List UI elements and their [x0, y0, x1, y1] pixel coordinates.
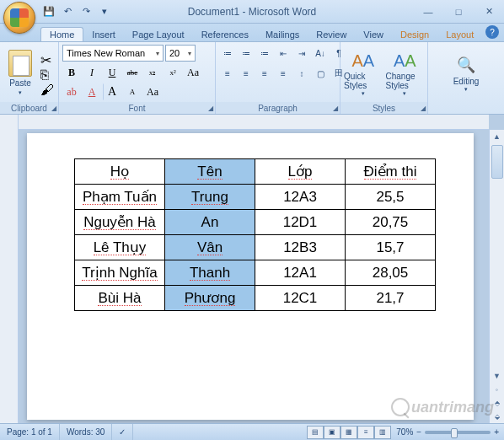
subscript-button[interactable]: x₂: [143, 64, 162, 81]
undo-icon[interactable]: ↶: [61, 5, 74, 19]
vertical-scrollbar[interactable]: ▲ ▼ ◦ ⬘ ⬙: [489, 130, 504, 423]
align-left-button[interactable]: ≡: [219, 66, 236, 81]
shrink-font-button[interactable]: A: [123, 83, 142, 100]
numbering-button[interactable]: ≔: [238, 46, 255, 61]
tab-insert[interactable]: Insert: [83, 28, 124, 41]
tab-page-layout[interactable]: Page Layout: [124, 28, 193, 41]
change-case-button[interactable]: Aa: [184, 64, 202, 81]
bold-button[interactable]: B: [62, 64, 81, 81]
font-size-combo[interactable]: 20▾: [165, 45, 196, 62]
table-header-cell[interactable]: Tên: [165, 159, 255, 185]
cut-icon[interactable]: ✂: [40, 52, 54, 64]
horizontal-ruler[interactable]: [19, 115, 489, 130]
table-cell[interactable]: Vân: [165, 235, 255, 260]
draft-view[interactable]: ▥: [374, 426, 391, 439]
sort-button[interactable]: A↓: [312, 46, 329, 61]
strike-button[interactable]: abc: [123, 64, 142, 81]
tab-home[interactable]: Home: [40, 27, 83, 41]
align-right-button[interactable]: ≡: [256, 66, 273, 81]
web-layout-view[interactable]: ▦: [340, 426, 357, 439]
decrease-indent-button[interactable]: ⇤: [275, 46, 292, 61]
table-cell[interactable]: 28,05: [346, 260, 436, 286]
office-button[interactable]: [3, 2, 35, 34]
redo-icon[interactable]: ↷: [79, 5, 93, 19]
shading-button[interactable]: ▢: [312, 66, 329, 81]
zoom-level[interactable]: 70%: [396, 427, 413, 437]
highlight-button[interactable]: ab: [62, 83, 81, 100]
font-launcher-icon[interactable]: ◢: [208, 105, 213, 112]
qat-more-icon[interactable]: ▾: [98, 5, 111, 19]
paste-button[interactable]: Paste ▾: [3, 50, 37, 96]
save-icon[interactable]: 💾: [42, 5, 56, 19]
table-cell[interactable]: 15,7: [346, 235, 436, 260]
bullets-button[interactable]: ≔: [219, 46, 236, 61]
multilevel-button[interactable]: ≔: [256, 46, 273, 61]
table-cell[interactable]: 20,75: [346, 210, 436, 235]
tab-layout[interactable]: Layout: [437, 28, 482, 41]
help-icon[interactable]: ?: [485, 25, 499, 39]
table-cell[interactable]: 12D1: [255, 210, 346, 235]
styles-launcher-icon[interactable]: ◢: [421, 105, 426, 112]
table-cell[interactable]: Thanh: [165, 260, 255, 286]
quick-styles-button[interactable]: AA Quick Styles▾: [344, 50, 383, 97]
page-status[interactable]: Page: 1 of 1: [0, 424, 60, 440]
prev-page-icon[interactable]: ⬘: [495, 396, 500, 410]
outline-view[interactable]: ≡: [357, 426, 374, 439]
copy-icon[interactable]: ⎘: [40, 67, 54, 79]
zoom-slider[interactable]: [425, 431, 491, 434]
line-spacing-button[interactable]: ↕: [293, 66, 310, 81]
browse-object-icon[interactable]: ◦: [496, 383, 498, 396]
full-screen-view[interactable]: ▣: [324, 426, 340, 439]
format-painter-icon[interactable]: 🖌: [40, 83, 54, 94]
table-header-cell[interactable]: Họ: [75, 159, 165, 185]
proofing-icon[interactable]: ✓: [112, 424, 133, 440]
clipboard-launcher-icon[interactable]: ◢: [51, 105, 56, 112]
print-layout-view[interactable]: ▤: [307, 426, 324, 439]
justify-button[interactable]: ≡: [275, 66, 292, 81]
italic-button[interactable]: I: [83, 64, 101, 81]
superscript-button[interactable]: x²: [164, 64, 182, 81]
table-cell[interactable]: 12B3: [255, 235, 346, 260]
scroll-down-icon[interactable]: ▼: [490, 369, 504, 383]
underline-button[interactable]: U: [103, 64, 121, 81]
table-cell[interactable]: 21,7: [346, 286, 436, 311]
table-cell[interactable]: Phương: [165, 286, 255, 311]
change-styles-button[interactable]: AA Change Styles▾: [386, 50, 425, 97]
zoom-in-button[interactable]: +: [494, 427, 499, 437]
table-cell[interactable]: Trịnh Nghĩa: [75, 260, 165, 286]
zoom-out-button[interactable]: −: [416, 427, 421, 437]
vertical-ruler[interactable]: [0, 115, 19, 423]
tab-mailings[interactable]: Mailings: [257, 28, 308, 41]
table-cell[interactable]: Lê Thụy: [75, 235, 165, 260]
scroll-up-icon[interactable]: ▲: [490, 130, 504, 143]
tab-references[interactable]: References: [193, 28, 257, 41]
close-button[interactable]: ✕: [474, 3, 504, 21]
align-center-button[interactable]: ≡: [238, 66, 255, 81]
table-cell[interactable]: Bùi Hà: [75, 286, 165, 311]
clear-format-button[interactable]: Aa: [143, 83, 162, 100]
tab-design[interactable]: Design: [392, 28, 437, 41]
document-scroll[interactable]: Họ Tên Lớp Điểm thi Phạm Tuấn Trung 12A3…: [19, 115, 504, 423]
font-name-combo[interactable]: Times New Roman▾: [62, 45, 164, 62]
data-table[interactable]: Họ Tên Lớp Điểm thi Phạm Tuấn Trung 12A3…: [74, 158, 436, 311]
table-header-cell[interactable]: Lớp: [255, 159, 346, 185]
next-page-icon[interactable]: ⬙: [495, 410, 500, 423]
table-cell[interactable]: 12A3: [255, 185, 346, 210]
page[interactable]: Họ Tên Lớp Điểm thi Phạm Tuấn Trung 12A3…: [27, 133, 474, 420]
table-cell[interactable]: An: [165, 210, 255, 235]
grow-font-button[interactable]: A: [103, 83, 121, 100]
tab-view[interactable]: View: [355, 28, 392, 41]
word-count[interactable]: Words: 30: [60, 424, 112, 440]
minimize-button[interactable]: —: [413, 3, 443, 21]
tab-review[interactable]: Review: [308, 28, 355, 41]
font-color-button[interactable]: A: [83, 83, 101, 100]
table-cell[interactable]: Trung: [165, 185, 255, 210]
paragraph-launcher-icon[interactable]: ◢: [333, 105, 338, 112]
increase-indent-button[interactable]: ⇥: [293, 46, 310, 61]
table-cell[interactable]: 12A1: [255, 260, 346, 286]
scroll-thumb[interactable]: [491, 145, 503, 179]
table-cell[interactable]: 12C1: [255, 286, 346, 311]
table-cell[interactable]: Phạm Tuấn: [75, 185, 165, 210]
table-cell[interactable]: 25,5: [346, 185, 436, 210]
maximize-button[interactable]: □: [443, 3, 474, 21]
